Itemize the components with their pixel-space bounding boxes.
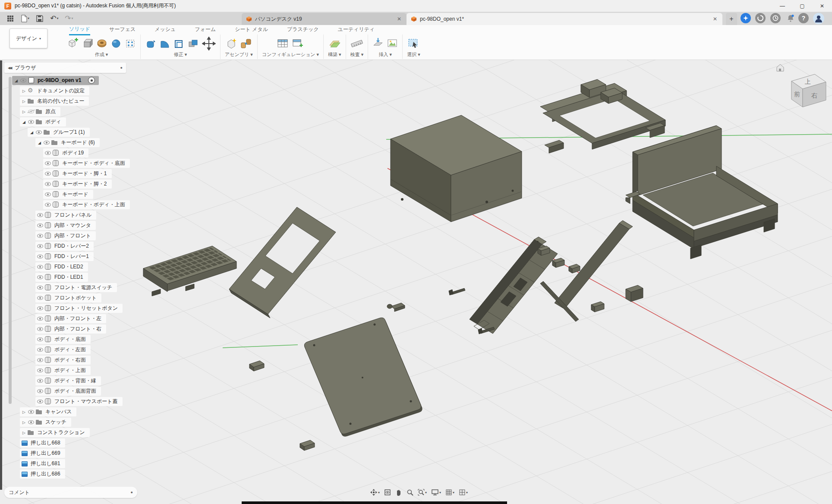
viewcube-front-label[interactable]: 前 — [794, 91, 800, 98]
tree-item[interactable]: 押し出し669 — [0, 448, 130, 458]
visibility-eye-icon[interactable] — [44, 189, 52, 199]
tree-item[interactable]: フロントパネル — [0, 210, 130, 220]
expand-arrow-icon[interactable] — [21, 119, 27, 125]
visibility-eye-icon[interactable] — [36, 231, 44, 240]
visibility-eye-icon[interactable] — [44, 200, 52, 209]
visibility-eye-icon[interactable] — [36, 376, 44, 385]
minimize-button[interactable]: — — [772, 0, 792, 12]
tree-item[interactable]: フロント・マウスポート蓋 — [0, 396, 130, 406]
viewcube-top-label[interactable]: 上 — [805, 78, 811, 85]
tree-item[interactable]: ボディ・左面 — [0, 344, 130, 355]
group-label-assemble[interactable]: アセンブリ ▾ — [225, 51, 253, 58]
tree-item[interactable]: FDD・LED2 — [0, 261, 130, 272]
browser-panel-header[interactable]: ◀◀ ブラウザ ● — [4, 63, 126, 73]
visibility-eye-icon[interactable] — [36, 365, 44, 375]
press-pull-icon[interactable] — [145, 37, 156, 50]
tree-item[interactable]: フロント・リセットボタン — [0, 303, 130, 313]
tree-item[interactable]: 押し出し681 — [0, 458, 130, 469]
assemble-component-icon[interactable] — [226, 37, 237, 50]
visibility-eye-icon[interactable] — [36, 397, 44, 406]
visibility-eye-icon[interactable] — [27, 407, 35, 416]
expand-arrow-icon[interactable] — [28, 129, 35, 135]
pan-icon[interactable] — [394, 487, 403, 498]
tree-item[interactable]: キーボード (6) — [0, 137, 130, 148]
tree-item[interactable]: キャンバス — [0, 406, 130, 417]
document-tab-2[interactable]: pc-98DO_open v1* ✕ — [407, 13, 722, 25]
extrude-icon[interactable] — [82, 37, 93, 50]
tab-solid[interactable]: ソリッド — [69, 25, 90, 35]
group-label-insert[interactable]: 挿入 ▾ — [378, 51, 392, 58]
collapse-panel-icon[interactable]: ◀◀ — [8, 66, 11, 70]
tree-item[interactable]: キーボード・脚・1 — [0, 168, 130, 179]
expand-arrow-icon[interactable] — [21, 88, 27, 94]
expand-arrow-icon[interactable] — [21, 429, 27, 435]
fillet-icon[interactable] — [159, 37, 170, 50]
visibility-eye-icon[interactable] — [44, 169, 52, 178]
combine-icon[interactable] — [188, 37, 199, 50]
visibility-eye-icon[interactable] — [36, 334, 44, 344]
save-icon[interactable] — [35, 14, 44, 23]
profile-avatar[interactable] — [813, 13, 824, 24]
tree-item[interactable]: 原点 — [0, 106, 130, 117]
group-label-inspect[interactable]: 検査 ▾ — [350, 51, 364, 58]
home-icon[interactable] — [777, 64, 784, 71]
new-component-icon[interactable] — [67, 37, 79, 50]
notifications-icon[interactable] — [785, 13, 796, 23]
insert-mesh-icon[interactable] — [372, 37, 384, 50]
tab-surface[interactable]: サーフェス — [109, 25, 136, 35]
shell-icon[interactable] — [173, 37, 185, 50]
tab-sheet-metal[interactable]: シート メタル — [235, 25, 268, 35]
visibility-eye-icon[interactable] — [36, 314, 44, 323]
activate-component-radio[interactable] — [88, 77, 95, 84]
visibility-eye-icon[interactable] — [27, 117, 35, 126]
visibility-eye-icon[interactable] — [44, 158, 52, 168]
job-status-icon[interactable] — [755, 13, 766, 23]
visibility-eye-icon[interactable] — [36, 324, 44, 334]
close-tab-icon[interactable]: ✕ — [396, 16, 402, 22]
redo-icon[interactable]: ↷▾ — [65, 14, 73, 23]
group-label-modify[interactable]: 修正 ▾ — [174, 51, 187, 58]
joint-icon[interactable] — [240, 37, 252, 50]
group-label-construct[interactable]: 構築 ▾ — [328, 51, 341, 58]
undo-icon[interactable]: ↶▾ — [50, 14, 59, 23]
panel-handle-icon[interactable]: ● — [120, 66, 123, 70]
tab-mesh[interactable]: メッシュ — [154, 25, 176, 35]
sphere-icon[interactable] — [110, 37, 122, 50]
visibility-eye-icon[interactable] — [36, 262, 44, 271]
tab-utilities[interactable]: ユーティリティ — [338, 25, 375, 35]
visibility-eye-icon[interactable] — [36, 293, 44, 302]
comment-bar[interactable]: コメント ● — [4, 487, 137, 498]
fit-icon[interactable]: ▾ — [417, 487, 428, 498]
app-grid-icon[interactable] — [6, 14, 15, 23]
maximize-button[interactable]: ▢ — [792, 0, 812, 12]
expand-arrow-icon[interactable] — [13, 77, 19, 83]
tree-item[interactable]: キーボード・脚・2 — [0, 179, 130, 189]
tree-item[interactable]: 内部・フロント・左 — [0, 313, 130, 324]
expand-arrow-icon[interactable] — [21, 108, 27, 114]
expand-arrow-icon[interactable] — [36, 139, 43, 145]
orbit-icon[interactable]: ▾ — [369, 487, 381, 498]
tree-item[interactable]: ボディ・右面 — [0, 355, 130, 365]
tree-item[interactable]: ボディ19 — [0, 148, 130, 158]
construction-plane-icon[interactable] — [328, 37, 341, 50]
tree-item[interactable]: ボディ・底面背面 — [0, 386, 130, 396]
visibility-eye-icon[interactable] — [36, 210, 44, 220]
document-tab-1[interactable]: パソコンデスク v19 ✕ — [242, 13, 407, 25]
zoom-icon[interactable] — [406, 487, 414, 498]
visibility-eye-icon[interactable] — [36, 272, 44, 282]
visibility-eye-icon[interactable] — [36, 386, 44, 396]
tree-item[interactable]: コンストラクション — [0, 427, 130, 438]
new-document-tab-button[interactable]: + — [726, 13, 737, 25]
group-label-create[interactable]: 作成 ▾ — [95, 51, 108, 58]
expand-arrow-icon[interactable] — [21, 419, 27, 425]
display-settings-icon[interactable]: ▾ — [430, 487, 442, 498]
viewports-icon[interactable]: ▾ — [458, 487, 469, 498]
tree-item[interactable]: FDD・レバー2 — [0, 241, 130, 251]
canvas-image-icon[interactable] — [387, 37, 398, 50]
visibility-eye-icon[interactable] — [44, 179, 52, 189]
tree-item[interactable]: 内部・フロント — [0, 230, 130, 241]
visibility-eye-icon[interactable] — [19, 76, 28, 85]
extensions-icon[interactable] — [741, 13, 751, 23]
tree-item[interactable]: 内部・フロント・右 — [0, 324, 130, 334]
group-label-select[interactable]: 選択 ▾ — [407, 51, 420, 58]
